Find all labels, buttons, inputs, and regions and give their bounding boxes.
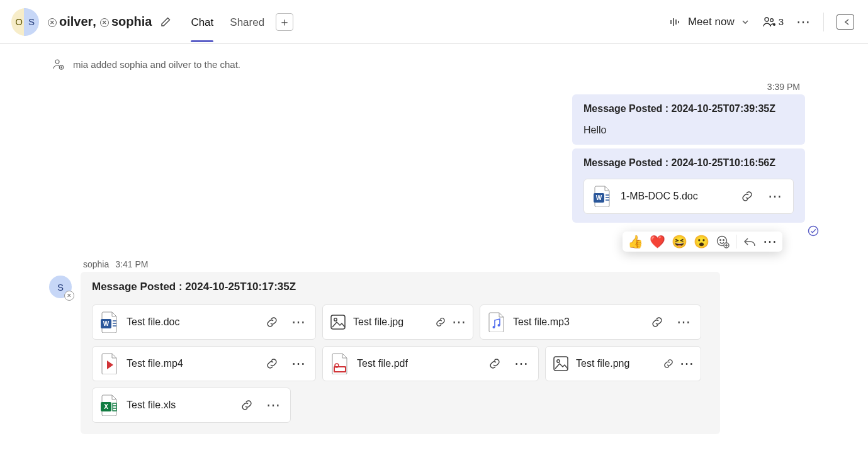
copy-link-button[interactable] — [485, 354, 504, 373]
copy-link-button[interactable] — [738, 187, 757, 206]
svg-point-10 — [723, 240, 724, 241]
file-name: Test file.doc — [127, 316, 255, 328]
people-icon — [762, 16, 776, 28]
system-event-row: mia added sophia and oilver to the chat. — [52, 58, 805, 70]
reply-icon[interactable] — [743, 235, 757, 248]
copy-link-button[interactable] — [237, 396, 256, 415]
react-surprised[interactable]: 😮 — [694, 234, 709, 249]
people-count-value: 3 — [779, 16, 784, 27]
svg-text:W: W — [596, 194, 602, 201]
sender-avatar[interactable]: S ✕ — [49, 276, 72, 298]
attachment-more-button[interactable]: ⋯ — [765, 187, 784, 206]
participants-avatar: O S — [11, 8, 39, 36]
meet-now-button[interactable]: Meet now — [669, 16, 750, 28]
video-file-icon — [100, 353, 119, 374]
file-name: Test file.jpg — [353, 316, 426, 328]
copy-link-button[interactable] — [648, 313, 667, 332]
svg-point-17 — [498, 324, 500, 327]
file-card-doc[interactable]: W Test file.doc ⋯ — [92, 305, 316, 340]
svg-point-16 — [493, 326, 495, 328]
image-file-icon — [552, 355, 570, 372]
divider — [823, 13, 824, 31]
toggle-side-panel-button[interactable] — [837, 14, 854, 30]
word-file-icon: W — [100, 311, 119, 333]
header-actions: Meet now 3 ⋯ — [669, 13, 854, 31]
avatar-initial-s: S — [24, 8, 39, 36]
file-name: Test file.mp3 — [513, 316, 640, 328]
tab-shared[interactable]: Shared — [230, 3, 264, 42]
file-card-jpg[interactable]: Test file.jpg ⋯ — [322, 305, 473, 340]
conversation-area: mia added sophia and oilver to the chat.… — [0, 44, 868, 459]
file-card-xls[interactable]: X Test file.xls ⋯ — [92, 388, 291, 423]
audio-file-icon — [488, 312, 505, 332]
system-event-text: mia added sophia and oilver to the chat. — [73, 59, 240, 70]
incoming-meta: sophia 3:41 PM — [83, 259, 805, 269]
message-header: Message Posted : 2024-10-25T07:39:35Z — [583, 103, 794, 115]
incoming-message-row: S ✕ sophia 3:41 PM Message Posted : 2024… — [49, 259, 805, 434]
presence-offline-icon — [100, 18, 109, 27]
svg-point-15 — [334, 318, 337, 321]
copy-link-button[interactable] — [262, 354, 281, 373]
message-header: Message Posted : 2024-10-25T10:17:35Z — [92, 281, 709, 293]
svg-point-22 — [557, 360, 560, 362]
file-more-button[interactable]: ⋯ — [512, 354, 531, 373]
file-card-mp4[interactable]: Test file.mp4 ⋯ — [92, 346, 316, 381]
file-more-button[interactable]: ⋯ — [289, 313, 308, 332]
copy-link-button[interactable] — [262, 313, 281, 332]
svg-rect-14 — [331, 315, 345, 329]
file-more-button[interactable]: ⋯ — [289, 354, 308, 373]
chat-header: O S oilver, sophia Chat Shared ＋ Meet no… — [0, 0, 868, 44]
message-header: Message Posted : 2024-10-25T10:16:56Z — [583, 157, 794, 169]
copy-link-button[interactable] — [663, 359, 674, 369]
react-like[interactable]: 👍 — [628, 234, 643, 249]
file-name: Test file.pdf — [357, 358, 478, 369]
excel-file-icon: X — [100, 394, 119, 416]
svg-point-7 — [809, 226, 818, 236]
edit-chat-name-icon[interactable] — [159, 16, 172, 28]
timestamp-right: 3:39 PM — [49, 82, 800, 92]
react-laugh[interactable]: 😆 — [672, 234, 687, 249]
react-add-icon[interactable] — [716, 235, 730, 249]
pdf-file-icon — [330, 353, 349, 374]
svg-point-1 — [770, 18, 773, 21]
my-message-1[interactable]: Message Posted : 2024-10-25T07:39:35Z He… — [572, 94, 805, 145]
people-count-button[interactable]: 3 — [762, 16, 784, 28]
header-tabs: Chat Shared — [191, 3, 264, 42]
add-tab-button[interactable]: ＋ — [276, 13, 293, 31]
svg-text:W: W — [103, 320, 110, 327]
file-card-png[interactable]: Test file.png ⋯ — [545, 346, 701, 381]
attachment-name: 1-MB-DOC 5.doc — [621, 191, 729, 202]
arrow-into-panel-icon — [843, 18, 851, 26]
file-card-pdf[interactable]: Test file.pdf ⋯ — [322, 346, 539, 381]
my-message-2[interactable]: Message Posted : 2024-10-25T10:16:56Z W … — [572, 148, 805, 223]
file-card-mp3[interactable]: Test file.mp3 ⋯ — [480, 305, 701, 340]
reaction-toolbar: 👍 ❤️ 😆 😮 ⋯ — [623, 232, 782, 252]
message-body: Hello — [583, 125, 794, 136]
people-added-icon — [52, 58, 64, 70]
file-name: Test file.xls — [127, 400, 230, 411]
chat-title: oilver, sophia — [48, 14, 172, 29]
image-file-icon — [329, 313, 347, 331]
svg-point-0 — [765, 18, 769, 21]
video-bars-icon — [669, 16, 682, 28]
svg-point-3 — [55, 60, 59, 64]
copy-link-button[interactable] — [436, 317, 446, 327]
file-more-button[interactable]: ⋯ — [264, 396, 283, 415]
presence-offline-icon — [48, 18, 57, 27]
svg-text:X: X — [104, 403, 108, 410]
svg-rect-19 — [335, 367, 345, 371]
chevron-down-icon[interactable] — [741, 18, 750, 26]
react-heart[interactable]: ❤️ — [650, 234, 665, 249]
file-name: Test file.mp4 — [127, 358, 255, 369]
sent-time: 3:41 PM — [115, 259, 148, 269]
meet-now-label: Meet now — [688, 16, 735, 28]
title-name-1: oilver — [59, 14, 93, 29]
incoming-message[interactable]: Message Posted : 2024-10-25T10:17:35Z W … — [81, 272, 720, 434]
word-file-icon: W — [593, 186, 612, 207]
svg-point-9 — [720, 240, 721, 241]
file-more-button[interactable]: ⋯ — [674, 313, 693, 332]
attachment-card[interactable]: W 1-MB-DOC 5.doc ⋯ — [583, 179, 794, 214]
tab-chat[interactable]: Chat — [191, 3, 213, 42]
divider — [736, 235, 736, 249]
title-name-2: sophia — [111, 14, 152, 29]
